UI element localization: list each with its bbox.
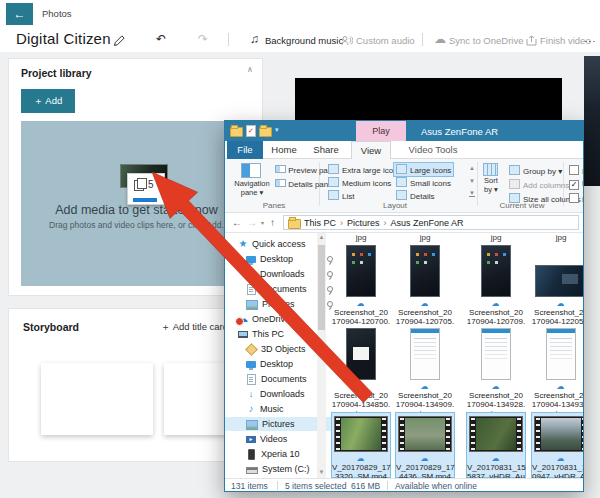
back-icon[interactable]: ← <box>232 217 242 228</box>
scroll-down-icon[interactable]: ▼ <box>319 469 325 475</box>
unchecked-checkbox-icon[interactable] <box>569 193 579 203</box>
file-thumbnail <box>535 265 584 297</box>
file-name-line: ☁V_20170829_17 <box>332 454 390 472</box>
folder-icon[interactable] <box>230 127 243 137</box>
more-layouts-icon[interactable]: ▼ <box>469 190 475 197</box>
video-preview-edge <box>584 56 600 186</box>
layout-group-label: Layout <box>355 201 435 210</box>
layout-option-list[interactable]: List <box>325 188 357 203</box>
project-title[interactable]: Digital Citizen <box>16 30 111 47</box>
tab-file[interactable]: File <box>227 141 263 159</box>
breadcrumb[interactable]: This PC›Pictures›Asus ZenFone AR <box>304 218 464 228</box>
file-thumb-area <box>331 328 391 380</box>
checked-checkbox-icon[interactable]: ✓ <box>569 180 579 190</box>
edit-pencil-icon[interactable] <box>113 34 126 47</box>
screen: ← Photos Digital Citizen ↶ ↷ ♫ Backgroun… <box>0 0 600 498</box>
drive-icon <box>246 467 258 474</box>
tab-video-tools[interactable]: Video Tools <box>403 141 463 159</box>
nav-item-this-pc[interactable]: This PC <box>225 327 330 341</box>
checkbox-file-name-extensions[interactable]: ✓File name extensions <box>569 179 584 190</box>
unchecked-checkbox-icon[interactable] <box>569 165 579 175</box>
new-folder-icon[interactable] <box>259 127 272 137</box>
scroll-down-icon[interactable]: ▼ <box>469 178 475 184</box>
nav-item-onedrive[interactable]: ☁OneDrive <box>225 312 330 326</box>
file-name: ☁V_20170829_173320_SM.mp4 <box>332 454 390 478</box>
address-box[interactable]: This PC›Pictures›Asus ZenFone AR <box>283 215 579 230</box>
layout-option-icon <box>328 190 339 200</box>
crumb-separator: › <box>336 218 347 228</box>
onedrive-cloud-icon: ☁ <box>557 454 565 463</box>
scroll-up-icon[interactable]: ▲ <box>319 234 325 240</box>
checkbox-item-check-boxes[interactable]: Item check boxes <box>569 165 584 176</box>
contextual-tab-play[interactable]: Play <box>356 121 406 141</box>
nav-item-label: Videos <box>260 434 287 444</box>
music-icon: ♪ <box>246 404 256 414</box>
nav-item-label: Desktop <box>260 254 293 264</box>
file-thumbnail <box>469 416 523 452</box>
file-item-screenshot-20170904-134938-jpg[interactable]: ☁Screenshot_20170904-134938.jpg <box>531 328 584 418</box>
navigation-pane-icon[interactable] <box>241 163 261 178</box>
scroll-up-icon[interactable]: ▲ <box>469 165 475 171</box>
file-item-screenshot-20170904-120705-jpg[interactable]: ☁Screenshot_20170904-120705.jpg <box>395 245 455 335</box>
nav-scrollbar[interactable]: ▲ ▼ <box>317 233 326 478</box>
file-name-line: 170904-134909. <box>395 400 455 409</box>
file-thumb-area <box>531 245 584 297</box>
crumb-pictures[interactable]: Pictures <box>347 218 380 228</box>
file-item-v-20170831-160947-vhdr-auto-mp4[interactable]: ☁V_20170831_160947_vHDR_Auto.mp4 <box>531 412 584 478</box>
custom-audio-icon <box>341 35 353 46</box>
nav-item-label: Xperia 10 <box>261 449 300 459</box>
nav-item-label: Pictures <box>262 299 295 309</box>
sort-by-icon[interactable] <box>483 163 498 176</box>
checkbox-hidden-items[interactable]: Hidden items <box>569 193 584 204</box>
file-name-line: ☁Screenshot_20 <box>531 299 584 317</box>
availability-status: Available when online <box>395 481 477 491</box>
scroll-up-icon[interactable]: ∧ <box>247 65 253 74</box>
music-note-icon[interactable]: ♫ <box>250 32 259 46</box>
crumb-this-pc[interactable]: This PC <box>304 218 336 228</box>
history-dropdown-icon[interactable]: ▾ <box>261 219 264 226</box>
background-music-button[interactable]: Background music <box>265 35 343 46</box>
back-button[interactable]: ← <box>6 3 33 25</box>
file-thumbnail <box>346 245 376 297</box>
add-columns-label: Add columns <box>523 181 569 190</box>
nav-item-quick-access[interactable]: ★Quick access <box>225 237 330 251</box>
properties-icon[interactable]: ✓ <box>246 125 256 137</box>
file-item-v-20170829-174436-sm-mp4[interactable]: ☁V_20170829_174436_SM.mp4 <box>395 412 455 478</box>
tab-view[interactable]: View <box>351 141 391 159</box>
layout-option-icon <box>328 177 339 187</box>
file-item-screenshot-20170904-134909-jpg[interactable]: ☁Screenshot_20170904-134909.jpg <box>395 328 455 418</box>
file-item-screenshot-20170904-120709-jpg[interactable]: ☁Screenshot_20170904-120709.jpg <box>466 245 526 335</box>
storyboard-card-placeholder <box>41 363 153 435</box>
file-item-screenshot-20170904-120700-jpg[interactable]: ☁Screenshot_20170904-120700.jpg <box>331 245 391 335</box>
file-item-screenshot-20170904-134850-jpg[interactable]: ☁Screenshot_20170904-134850.jpg <box>331 328 391 418</box>
undo-icon[interactable]: ↶ <box>156 32 166 46</box>
drag-progress-bar <box>133 198 157 202</box>
up-icon[interactable]: ↑ <box>270 217 275 228</box>
file-item-screenshot-20170904-122052-jpg[interactable]: ☁Screenshot_20170904-122052.jpg <box>531 245 584 335</box>
explorer-titlebar[interactable]: ✓ ▾ Play Asus ZenFone AR <box>225 121 584 141</box>
file-name: ☁V_20170829_174436_SM.mp4 <box>396 454 454 478</box>
tab-share[interactable]: Share <box>309 141 343 159</box>
file-thumb-area <box>332 416 390 452</box>
qat-dropdown-icon[interactable]: ▾ <box>275 126 279 134</box>
add-title-card-button[interactable]: ＋ Add title card <box>161 321 228 334</box>
panes-group-label: Panes <box>239 201 309 210</box>
file-thumb-area <box>466 245 526 297</box>
file-item-v-20170829-173320-sm-mp4[interactable]: ☁V_20170829_173320_SM.mp4 <box>331 412 391 478</box>
file-thumbnail <box>410 245 440 297</box>
divider <box>228 33 229 46</box>
more-options-button[interactable]: ··· <box>584 35 597 46</box>
ribbon-tabs: File Home Share View Video Tools <box>225 141 584 159</box>
navigation-pane-button[interactable]: Navigation pane ▾ <box>229 180 275 197</box>
add-media-button[interactable]: ＋ Add <box>21 89 75 113</box>
divider <box>477 162 478 206</box>
tab-home[interactable]: Home <box>269 141 299 159</box>
sort-by-button[interactable]: Sort by ▾ <box>480 177 502 194</box>
file-item-screenshot-20170904-134928-jpg[interactable]: ☁Screenshot_20170904-134928.jpg <box>466 328 526 418</box>
divider <box>422 33 423 46</box>
add-title-card-label: Add title card <box>173 321 228 332</box>
file-item-v-20170831-155837-vhdr-auto-mp4[interactable]: ☁V_20170831_155837_vHDR_Auto.mp4 <box>466 412 526 478</box>
crumb-asus-zenfone-ar[interactable]: Asus ZenFone AR <box>391 218 464 228</box>
scrollbar-thumb[interactable] <box>318 245 325 330</box>
group-by-button[interactable]: Group by ▾ <box>509 165 562 176</box>
